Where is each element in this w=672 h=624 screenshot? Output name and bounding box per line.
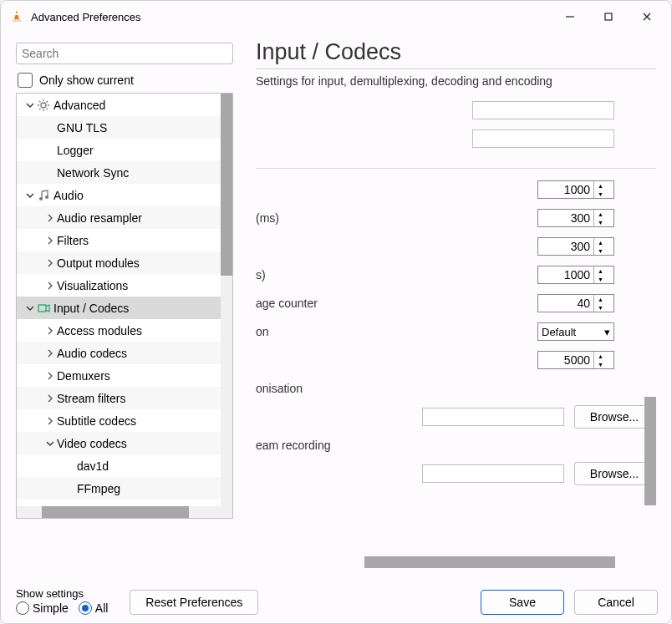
tree-item-label: Input / Codecs bbox=[53, 302, 129, 315]
path-input[interactable] bbox=[422, 408, 564, 426]
tree-horizontal-scrollbar[interactable] bbox=[17, 506, 222, 518]
tree-item[interactable]: Stream filters bbox=[17, 387, 222, 409]
setting-label: eam recording bbox=[256, 439, 656, 452]
chevron-right-icon[interactable] bbox=[43, 349, 57, 358]
spin-up-icon[interactable]: ▲ bbox=[594, 238, 607, 246]
text-input[interactable] bbox=[472, 129, 614, 148]
spin-down-icon[interactable]: ▼ bbox=[594, 360, 607, 368]
spin-up-icon[interactable]: ▲ bbox=[594, 266, 607, 275]
chevron-right-icon[interactable] bbox=[43, 259, 57, 267]
browse-button[interactable]: Browse... bbox=[574, 405, 654, 429]
chevron-right-icon[interactable] bbox=[43, 417, 57, 425]
spin-down-icon[interactable]: ▼ bbox=[594, 246, 607, 255]
tree-item[interactable]: GNU TLS bbox=[17, 116, 222, 139]
setting-label: on bbox=[256, 325, 537, 338]
tree-item[interactable]: Access modules bbox=[17, 319, 222, 342]
section-divider bbox=[256, 168, 656, 169]
svg-rect-3 bbox=[605, 13, 612, 20]
tree-item[interactable]: Video codecs bbox=[17, 432, 222, 454]
all-radio[interactable] bbox=[79, 601, 92, 615]
browse-button[interactable]: Browse... bbox=[574, 462, 654, 485]
tree-item-label: Audio resampler bbox=[57, 211, 142, 225]
tree-item-label: GNU TLS bbox=[57, 121, 107, 134]
only-show-current-checkbox[interactable] bbox=[18, 73, 33, 88]
spin-input[interactable]: ▲▼ bbox=[537, 351, 614, 369]
title-bar: Advanced Preferences bbox=[1, 1, 671, 33]
tree-item[interactable]: dav1d bbox=[17, 454, 222, 477]
combo-input[interactable]: Default▾ bbox=[537, 322, 614, 341]
setting-label: age counter bbox=[256, 297, 537, 310]
tree-item-label: Demuxers bbox=[57, 369, 110, 383]
tree-item[interactable]: Audio resampler bbox=[17, 206, 222, 229]
tree-item[interactable]: Audio codecs bbox=[17, 342, 222, 364]
gear-icon bbox=[37, 99, 50, 112]
tree-item[interactable]: Subtitle codecs bbox=[17, 409, 222, 432]
chevron-right-icon[interactable] bbox=[43, 236, 57, 245]
svg-line-11 bbox=[39, 101, 41, 103]
chevron-right-icon[interactable] bbox=[43, 282, 57, 290]
setting-label: onisation bbox=[256, 382, 656, 395]
svg-line-14 bbox=[47, 101, 48, 103]
all-radio-label: All bbox=[95, 601, 109, 615]
tree-item[interactable]: Demuxers bbox=[17, 364, 222, 387]
spin-up-icon[interactable]: ▲ bbox=[594, 210, 607, 218]
spin-input[interactable]: ▲▼ bbox=[537, 209, 614, 227]
tree-vertical-scrollbar[interactable] bbox=[221, 94, 232, 518]
path-input[interactable] bbox=[422, 464, 564, 483]
settings-vertical-scrollbar[interactable] bbox=[644, 397, 656, 505]
text-input[interactable] bbox=[472, 101, 614, 119]
tree-item[interactable]: jpeg bbox=[17, 500, 222, 506]
spin-input[interactable]: ▲▼ bbox=[537, 294, 614, 312]
chevron-down-icon[interactable] bbox=[23, 304, 37, 312]
music-icon bbox=[37, 189, 50, 202]
chevron-right-icon[interactable] bbox=[43, 394, 57, 403]
tree-item-label: Filters bbox=[57, 234, 89, 247]
chevron-down-icon[interactable] bbox=[43, 439, 57, 448]
svg-rect-18 bbox=[38, 305, 46, 312]
chevron-right-icon[interactable] bbox=[43, 327, 57, 335]
spin-input[interactable]: ▲▼ bbox=[537, 266, 614, 284]
spin-down-icon[interactable]: ▼ bbox=[594, 275, 607, 283]
reset-preferences-button[interactable]: Reset Preferences bbox=[130, 590, 258, 615]
minimize-button[interactable] bbox=[551, 4, 589, 29]
page-subtitle: Settings for input, demultiplexing, deco… bbox=[256, 74, 656, 88]
tree-item[interactable]: FFmpeg bbox=[17, 477, 222, 500]
window-title: Advanced Preferences bbox=[31, 11, 551, 23]
preferences-tree[interactable]: AdvancedGNU TLSLoggerNetwork SyncAudioAu… bbox=[16, 93, 233, 519]
save-button[interactable]: Save bbox=[481, 590, 564, 615]
tree-item[interactable]: Input / Codecs bbox=[17, 297, 222, 319]
simple-radio-label: Simple bbox=[33, 601, 69, 615]
search-input[interactable] bbox=[16, 43, 233, 64]
tree-item[interactable]: Visualizations bbox=[17, 274, 222, 297]
chevron-down-icon[interactable] bbox=[23, 101, 37, 109]
spin-input[interactable]: ▲▼ bbox=[537, 237, 614, 256]
spin-up-icon[interactable]: ▲ bbox=[594, 181, 607, 190]
maximize-button[interactable] bbox=[589, 4, 628, 29]
setting-label: s) bbox=[256, 268, 537, 282]
tree-item[interactable]: Output modules bbox=[17, 251, 222, 274]
simple-radio[interactable] bbox=[16, 601, 29, 615]
tree-item[interactable]: Filters bbox=[17, 229, 222, 251]
setting-label: (ms) bbox=[256, 211, 537, 225]
chevron-right-icon[interactable] bbox=[43, 372, 57, 380]
chevron-right-icon[interactable] bbox=[43, 214, 57, 222]
chevron-down-icon[interactable] bbox=[23, 191, 37, 200]
spin-input[interactable]: ▲▼ bbox=[537, 180, 614, 199]
tree-item-label: Audio bbox=[53, 189, 84, 202]
tree-item[interactable]: Network Sync bbox=[17, 161, 222, 184]
chevron-down-icon: ▾ bbox=[604, 326, 610, 338]
spin-up-icon[interactable]: ▲ bbox=[594, 352, 607, 360]
cancel-button[interactable]: Cancel bbox=[574, 590, 658, 615]
spin-down-icon[interactable]: ▼ bbox=[594, 303, 607, 312]
settings-horizontal-scrollbar[interactable] bbox=[364, 556, 615, 568]
spin-down-icon[interactable]: ▼ bbox=[594, 190, 607, 198]
page-title: Input / Codecs bbox=[256, 39, 656, 65]
tree-item[interactable]: Audio bbox=[17, 184, 222, 206]
tree-item[interactable]: Advanced bbox=[17, 94, 222, 116]
tree-item[interactable]: Logger bbox=[17, 139, 222, 161]
tree-item-label: Output modules bbox=[57, 256, 140, 270]
close-button[interactable] bbox=[628, 4, 666, 29]
spin-down-icon[interactable]: ▼ bbox=[594, 218, 607, 226]
svg-point-6 bbox=[41, 103, 46, 108]
spin-up-icon[interactable]: ▲ bbox=[594, 295, 607, 303]
